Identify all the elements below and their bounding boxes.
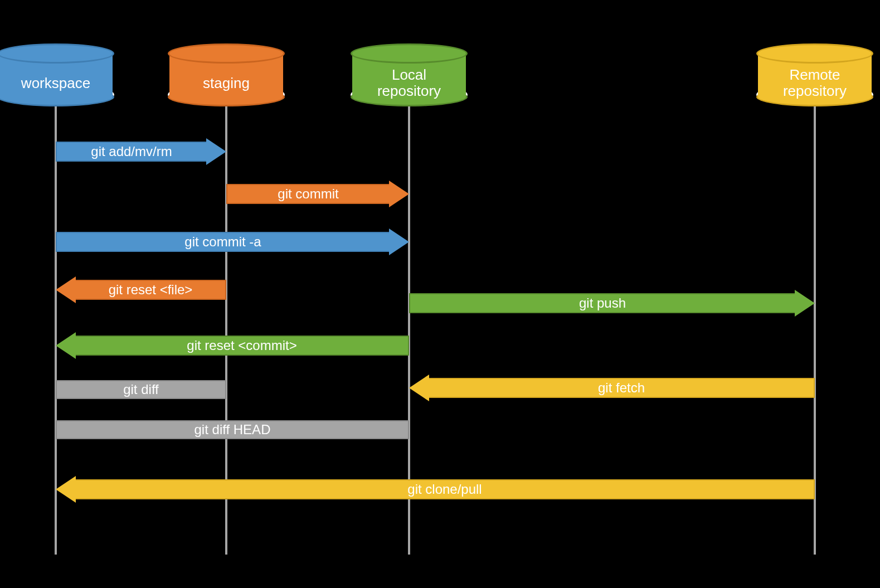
bar-git-diff-head: git diff HEAD <box>56 420 409 439</box>
arrow-git-commit: git commit <box>226 181 409 207</box>
node-label-workspace: workspace <box>0 61 114 105</box>
arrow-label: git reset <commit> <box>187 338 296 353</box>
arrow-label: git commit -a <box>184 234 261 250</box>
arrow-label: git fetch <box>598 380 645 396</box>
arrow-git-reset-file-: git reset <file> <box>56 276 226 303</box>
node-remote: Remoterepository <box>756 43 873 105</box>
node-workspace: workspace <box>0 43 114 105</box>
arrow-label: git commit <box>278 186 338 202</box>
node-label-remote: Remoterepository <box>756 61 873 105</box>
arrow-git-fetch: git fetch <box>409 375 815 401</box>
arrow-git-push: git push <box>409 290 815 317</box>
arrow-label: git reset <file> <box>109 282 193 298</box>
arrow-git-reset-commit-: git reset <commit> <box>56 332 409 359</box>
node-label-staging: staging <box>168 61 285 105</box>
bar-label: git diff <box>123 382 159 397</box>
git-flow-diagram: workspacestagingLocalrepositoryRemoterep… <box>0 0 880 588</box>
bar-git-diff: git diff <box>56 380 226 399</box>
arrow-git-add-mv-rm: git add/mv/rm <box>56 138 226 165</box>
node-local: Localrepository <box>351 43 468 105</box>
node-label-local: Localrepository <box>351 61 468 105</box>
arrow-git-clone-pull: git clone/pull <box>56 476 815 503</box>
bar-label: git diff HEAD <box>195 422 271 438</box>
node-staging: staging <box>168 43 285 105</box>
arrow-label: git add/mv/rm <box>91 144 172 159</box>
arrow-label: git push <box>579 295 626 311</box>
arrow-git-commit-a: git commit -a <box>56 229 409 255</box>
arrow-label: git clone/pull <box>407 482 482 497</box>
